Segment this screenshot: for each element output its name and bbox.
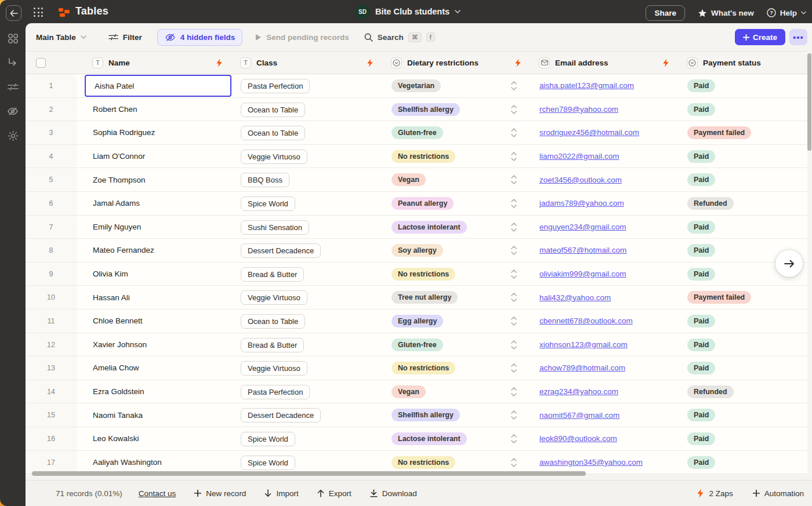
dietary-pill[interactable]: No restrictions — [392, 150, 455, 163]
dietary-pill[interactable]: Tree nut allergy — [392, 291, 458, 304]
table-row[interactable]: 11Chloe BennettOcean to TableEgg allergy… — [26, 310, 807, 333]
dietary-pill[interactable]: Vegan — [392, 173, 426, 186]
name-cell[interactable]: Liam O'Connor — [84, 145, 232, 168]
dietary-pill[interactable]: Gluten-free — [392, 126, 443, 139]
table-selector[interactable]: Main Table — [36, 33, 86, 42]
contact-us-link[interactable]: Contact us — [139, 489, 176, 498]
email-link[interactable]: liamo2022@gmail.com — [539, 145, 619, 168]
class-pill[interactable]: Sushi Sensation — [241, 220, 309, 235]
dietary-pill[interactable]: Shellfish allergy — [392, 409, 460, 421]
column-header[interactable]: Payment status — [687, 52, 761, 74]
column-header[interactable]: TClass — [240, 52, 277, 74]
class-pill[interactable]: Bread & Butter — [241, 338, 304, 352]
dietary-pill[interactable]: Shellfish allergy — [392, 103, 460, 116]
dietary-pill[interactable]: No restrictions — [392, 362, 455, 374]
name-cell[interactable]: Zoe Thompson — [84, 168, 232, 191]
whats-new-button[interactable]: What's new — [698, 9, 754, 17]
table-row[interactable]: 1Aisha PatelPasta PerfectionVegetarianai… — [26, 74, 807, 98]
class-pill[interactable]: Ocean to Table — [241, 314, 305, 329]
apps-grid-icon[interactable] — [7, 32, 19, 44]
automation-button[interactable]: Automation — [753, 489, 804, 498]
dietary-pill[interactable]: No restrictions — [392, 268, 455, 281]
table-row[interactable]: 13Amelia ChowVeggie VirtuosoNo restricti… — [26, 356, 807, 380]
table-row[interactable]: 8Mateo FernandezDessert DecadenceSoy all… — [26, 239, 807, 263]
table-row[interactable]: 6Jamal AdamsSpice WorldPeanut allergyjad… — [26, 192, 807, 216]
stepper-icon[interactable] — [510, 339, 517, 351]
help-menu[interactable]: ? Help — [767, 8, 806, 17]
stepper-icon[interactable] — [510, 80, 517, 92]
stepper-icon[interactable] — [510, 433, 517, 445]
table-row[interactable]: 16Leo KowalskiSpice WorldLactose intoler… — [26, 427, 807, 451]
class-pill[interactable]: Spice World — [241, 432, 295, 446]
table-row[interactable]: 2Robert ChenOcean to TableShellfish alle… — [26, 98, 807, 122]
email-link[interactable]: enguyen234@gmail.com — [539, 216, 626, 239]
share-button[interactable]: Share — [646, 5, 685, 21]
zaps-button[interactable]: 2 Zaps — [697, 489, 733, 498]
name-cell[interactable]: Hassan Ali — [84, 286, 232, 309]
send-pending-button[interactable]: Send pending records — [255, 33, 349, 42]
table-row[interactable]: 5Zoe ThompsonBBQ BossVeganzoet3456@outlo… — [26, 168, 807, 192]
hidden-fields-icon[interactable] — [7, 105, 19, 117]
dietary-pill[interactable]: Vegan — [392, 385, 426, 398]
stepper-icon[interactable] — [510, 198, 517, 209]
class-pill[interactable]: BBQ Boss — [241, 173, 289, 187]
dietary-pill[interactable]: Lactose intolerant — [392, 221, 467, 234]
app-switcher-icon[interactable] — [34, 8, 44, 17]
name-cell-selected[interactable]: Aisha Patel — [85, 75, 231, 97]
class-pill[interactable]: Spice World — [241, 196, 295, 211]
email-link[interactable]: awashington345@yahoo.com — [539, 451, 643, 474]
stepper-icon[interactable] — [510, 245, 517, 256]
email-link[interactable]: srodriguez456@hotmail.com — [539, 121, 639, 144]
email-link[interactable]: zoet3456@outlook.com — [539, 168, 622, 191]
more-options-button[interactable]: ••• — [789, 29, 807, 45]
column-header[interactable]: Dietary restrictions — [391, 52, 478, 74]
select-all-checkbox[interactable] — [36, 58, 46, 68]
search-button[interactable]: Search ⌘ f — [364, 32, 435, 42]
email-link[interactable]: mateof567@hotmail.com — [539, 239, 626, 262]
stepper-icon[interactable] — [510, 457, 517, 468]
name-cell[interactable]: Chloe Bennett — [84, 310, 232, 333]
dietary-pill[interactable]: Peanut allergy — [392, 197, 454, 210]
stepper-icon[interactable] — [510, 409, 517, 421]
email-link[interactable]: ezrag234@yahoo.com — [539, 380, 618, 403]
stepper-icon[interactable] — [510, 127, 517, 139]
email-link[interactable]: naomit567@gmail.com — [539, 403, 619, 427]
name-cell[interactable]: Ezra Goldstein — [84, 380, 232, 403]
table-row[interactable]: 7Emily NguyenSushi SensationLactose into… — [26, 216, 807, 239]
filters-icon[interactable] — [7, 81, 19, 93]
table-row[interactable]: 10Hassan AliVeggie VirtuosoTree nut alle… — [26, 286, 807, 310]
scroll-right-button[interactable] — [775, 250, 803, 277]
class-pill[interactable]: Ocean to Table — [241, 103, 305, 117]
class-pill[interactable]: Dessert Decadence — [241, 408, 321, 423]
export-button[interactable]: Export — [317, 489, 351, 498]
name-cell[interactable]: Jamal Adams — [84, 192, 232, 215]
name-cell[interactable]: Amelia Chow — [84, 356, 232, 380]
class-pill[interactable]: Dessert Decadence — [241, 243, 321, 258]
email-link[interactable]: oliviakim999@gmail.com — [539, 263, 626, 286]
name-cell[interactable]: Xavier Johnson — [84, 333, 232, 356]
table-row[interactable]: 4Liam O'ConnorVeggie VirtuosoNo restrict… — [26, 145, 807, 169]
class-pill[interactable]: Pasta Perfection — [241, 385, 310, 399]
name-cell[interactable]: Naomi Tanaka — [84, 403, 232, 427]
settings-gear-icon[interactable] — [7, 130, 19, 141]
back-button[interactable] — [6, 5, 21, 21]
new-record-button[interactable]: New record — [194, 489, 246, 498]
email-link[interactable]: xjohnson123@gmail.com — [539, 333, 628, 356]
stepper-icon[interactable] — [510, 292, 517, 303]
table-row[interactable]: 3Sophia RodriguezOcean to TableGluten-fr… — [26, 121, 807, 145]
name-cell[interactable]: Mateo Fernandez — [84, 239, 232, 262]
class-pill[interactable]: Spice World — [241, 456, 295, 470]
download-button[interactable]: Download — [370, 489, 417, 498]
email-link[interactable]: aisha.patel123@gmail.com — [539, 74, 634, 97]
name-cell[interactable]: Emily Nguyen — [84, 216, 232, 239]
name-cell[interactable]: Leo Kowalski — [84, 427, 232, 450]
class-pill[interactable]: Pasta Perfection — [241, 79, 310, 93]
import-button[interactable]: Import — [264, 489, 298, 498]
name-cell[interactable]: Sophia Rodriguez — [84, 121, 232, 144]
dietary-pill[interactable]: Vegetarian — [392, 79, 441, 92]
class-pill[interactable]: Ocean to Table — [241, 126, 305, 140]
email-link[interactable]: leok890@outlook.com — [539, 427, 617, 450]
stepper-icon[interactable] — [510, 151, 517, 162]
stepper-icon[interactable] — [510, 362, 517, 374]
class-pill[interactable]: Veggie Virtuoso — [241, 150, 307, 164]
